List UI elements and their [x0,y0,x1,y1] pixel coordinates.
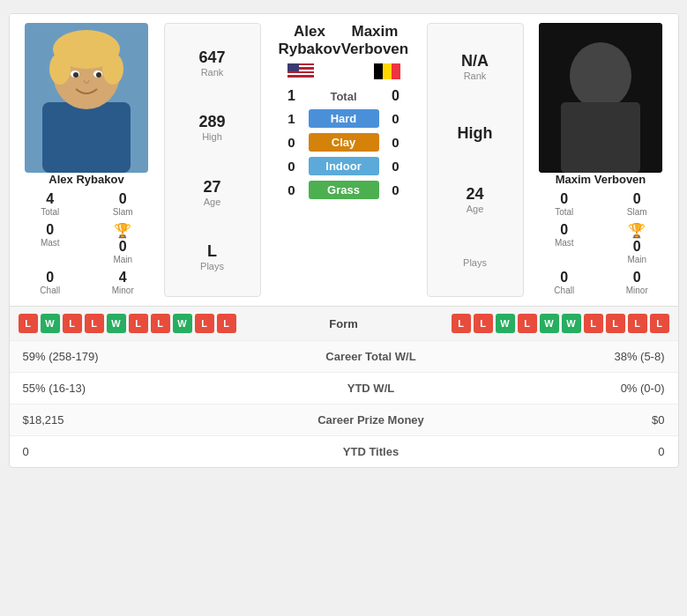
svg-point-12 [570,42,631,109]
left-player-name: Alex Rybakov [49,173,123,186]
right-middle-box: N/A Rank High 24 Age Plays [427,23,524,297]
hard-row: 1 Hard 0 [270,109,418,128]
form-label: Form [329,317,358,330]
right-age-stat: 24 Age [466,185,483,214]
hard-badge: Hard [309,109,379,128]
right-minor-value: 0 [633,270,641,286]
hard-left-val: 1 [279,111,305,126]
form-badge: L [85,314,104,333]
right-form-badges: LLWLWWLLLL [452,314,669,333]
svg-point-10 [96,72,101,78]
svg-point-6 [102,53,123,85]
form-badge: L [19,314,38,333]
right-slam-label: Slam [627,207,647,217]
form-badge: L [606,314,625,333]
left-total-cell: 4 Total [19,189,83,219]
right-player-name: Maxim Verboven [556,173,646,186]
left-minor-value: 4 [119,270,127,286]
svg-rect-13 [561,102,640,173]
left-high-stat: 289 High [198,113,225,142]
stat-right-value: 0 [513,436,678,468]
form-badge: L [151,314,170,333]
right-main-label: Main [627,255,646,264]
right-chall-value: 0 [560,270,568,286]
right-chall-cell: 0 Chall [533,268,597,297]
stat-right-value: 0% (0-0) [513,373,678,404]
player-left: Alex Rybakov 4 Total 0 Slam 0 Mast 🏆 0 [14,23,160,297]
right-player-stats: 0 Total 0 Slam 0 Mast 🏆 0 Main 0 [528,189,674,297]
right-plays-label: Plays [463,257,487,268]
right-plays-stat: Plays [463,257,487,268]
svg-point-9 [73,72,78,78]
left-flag [287,63,314,79]
form-badge: L [650,314,669,333]
center-right-name: Maxim Verboven [340,23,408,58]
left-age-stat: 27 Age [203,178,220,207]
left-mast-label: Mast [41,238,60,248]
left-player-photo [25,23,148,173]
right-chall-label: Chall [554,286,574,295]
stat-center-label: YTD W/L [228,373,513,404]
right-trophy-main-cell: 🏆 0 Main [605,220,669,266]
hard-right-val: 0 [383,111,409,126]
center-left-name: Alex Rybakov [279,23,341,58]
total-right-value: 0 [383,88,409,104]
form-badge: W [496,314,515,333]
left-mast-cell: 0 Mast [19,220,83,266]
right-minor-cell: 0 Minor [605,268,669,297]
left-main-label: Main [113,255,132,264]
right-rank-label: Rank [461,71,489,81]
stat-center-label: Career Prize Money [228,404,513,436]
left-slam-value: 0 [119,191,127,207]
form-badge: W [562,314,581,333]
indoor-left-val: 0 [279,159,305,174]
left-rank-label: Rank [198,67,225,78]
right-high-stat: High [458,124,493,143]
indoor-right-val: 0 [383,159,409,174]
form-badge: W [41,314,60,333]
left-minor-label: Minor [112,286,134,295]
clay-row: 0 Clay 0 [270,133,418,152]
grass-left-val: 0 [279,182,305,197]
clay-right-val: 0 [383,135,409,150]
right-mast-label: Mast [555,238,574,248]
right-minor-label: Minor [626,286,648,295]
right-mast-value: 0 [560,222,568,238]
grass-right-val: 0 [383,182,409,197]
right-high-value: High [458,124,493,143]
form-badge: L [452,314,471,333]
flag-be-red [392,63,400,79]
total-left-value: 1 [279,88,305,104]
form-badge: L [628,314,647,333]
right-slam-cell: 0 Slam [605,189,669,219]
right-total-value: 0 [560,191,568,207]
left-high-value: 289 [198,113,225,131]
player-names-row: Alex Rybakov Maxim Verboven [270,23,418,58]
stat-left-value: $18,215 [10,404,229,436]
left-chall-value: 0 [46,270,54,286]
left-plays-value: L [200,242,224,261]
stats-table: 59% (258-179) Career Total W/L 38% (5-8)… [10,340,678,467]
form-badge: W [540,314,559,333]
clay-badge: Clay [309,133,379,152]
form-section: LWLLWLLWLL Form LLWLWWLLLL [10,306,678,340]
right-age-value: 24 [466,185,483,204]
right-rank-stat: N/A Rank [461,52,489,81]
stats-row: 59% (258-179) Career Total W/L 38% (5-8) [10,341,678,373]
left-age-value: 27 [203,178,220,197]
left-form-badges: LWLLWLLWLL [19,314,236,333]
flag-be-black [374,63,383,79]
left-chall-cell: 0 Chall [19,268,83,297]
left-total-label: Total [41,207,59,217]
left-plays-stat: L Plays [200,242,224,271]
stat-left-value: 59% (258-179) [10,341,229,373]
right-rank-value: N/A [461,52,489,71]
left-player-stats: 4 Total 0 Slam 0 Mast 🏆 0 Main 0 [14,189,160,297]
grass-row: 0 Grass 0 [270,181,418,199]
left-plays-label: Plays [200,261,224,271]
right-slam-value: 0 [633,191,641,207]
total-label: Total [330,90,356,103]
player-section: Alex Rybakov 4 Total 0 Slam 0 Mast 🏆 0 [10,14,678,306]
form-badge: W [107,314,126,333]
total-row: 1 Total 0 [270,88,418,104]
